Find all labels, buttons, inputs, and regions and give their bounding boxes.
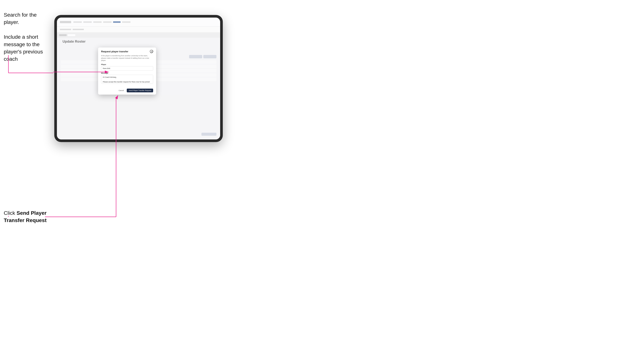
breadcrumb-item-1 [60,29,71,30]
annotation-step3: Click Send Player Transfer Request [4,209,56,224]
tablet-outer: Update Roster Request player transfer × … [54,15,223,142]
app-nav [74,21,130,23]
app-tabs [57,32,220,38]
player-field-label: Player [101,64,153,65]
modal-description: If the player is transferring from anoth… [98,55,156,64]
player-input[interactable] [101,66,153,71]
modal-dialog: Request player transfer × If the player … [98,47,156,95]
roster-title: Update Roster [62,40,86,43]
modal-close-button[interactable]: × [150,50,153,53]
nav-item-1 [74,21,82,23]
send-transfer-button[interactable]: Send Player Transfer Request [127,89,153,92]
annotation-step1: Search for the player. Include a short m… [4,11,52,70]
nav-item-2 [83,21,92,23]
modal-title: Request player transfer [101,50,128,53]
app-logo [60,21,71,23]
app-breadcrumb [57,26,220,32]
breadcrumb-item-2 [73,29,84,30]
tab-1 [59,34,67,36]
message-field-label: Message [101,72,153,74]
nav-item-5-active [113,21,120,23]
nav-item-6 [122,21,130,23]
step2-text: Include a short message to the player's … [4,33,52,63]
modal-header: Request player transfer × [98,47,156,55]
modal-footer: Cancel Send Player Transfer Request [98,89,156,95]
action-btn-2 [203,55,216,58]
modal-body: Player Message Hi Coach McHarg, Please a… [98,64,156,89]
tab-2-active [68,34,75,36]
save-btn-blur [202,133,216,136]
step1-text: Search for the player. [4,11,52,26]
tablet-device: Update Roster Request player transfer × … [54,15,223,142]
cancel-button[interactable]: Cancel [117,89,125,92]
nav-item-4 [103,21,112,23]
action-buttons [189,55,216,58]
message-textarea[interactable]: Hi Coach McHarg, Please accept this tran… [101,75,153,84]
app-header [57,17,220,26]
action-btn-1 [189,55,202,58]
tablet-screen: Update Roster Request player transfer × … [57,17,220,140]
step3-prefix: Click [4,210,16,216]
nav-item-3 [93,21,102,23]
